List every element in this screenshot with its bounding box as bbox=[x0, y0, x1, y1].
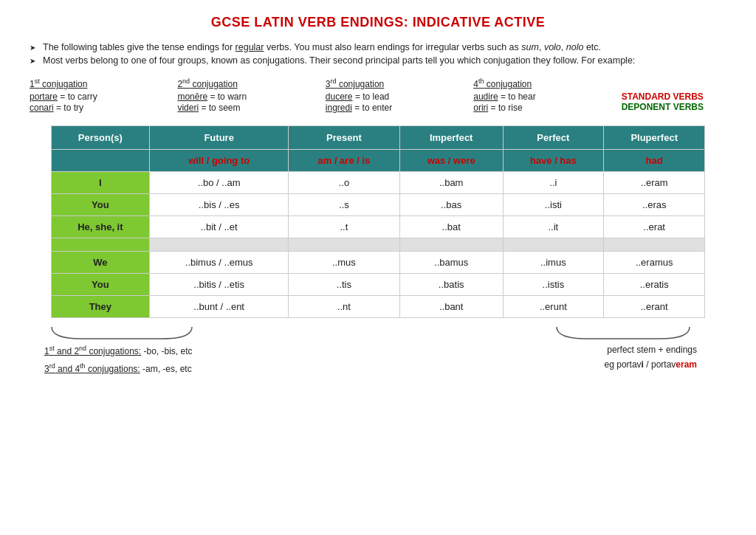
cell-you-sg-perfect: ..isti bbox=[503, 194, 603, 216]
table-divider-row bbox=[51, 238, 705, 252]
cell-he-imperfect: ..bat bbox=[399, 216, 503, 238]
conjugation-3: 3rd conjugation ducere = to lead ingredi… bbox=[326, 77, 466, 114]
deponent-verbs-label: DEPONENT VERBS bbox=[622, 102, 734, 112]
cell-you-pl-perfect: ..istis bbox=[503, 274, 603, 296]
tense-person-empty bbox=[51, 150, 150, 172]
header-perfect: Perfect bbox=[503, 126, 603, 150]
person-we: We bbox=[51, 252, 150, 274]
cell-they-imperfect: ..bant bbox=[399, 296, 503, 318]
cell-you-pl-imperfect: ..batis bbox=[399, 274, 503, 296]
cell-I-imperfect: ..bam bbox=[399, 172, 503, 194]
cell-we-pluperfect: ..eramus bbox=[603, 252, 705, 274]
intro-item-2: Most verbs belong to one of four groups,… bbox=[30, 55, 734, 66]
cell-I-present: ..o bbox=[289, 172, 399, 194]
cell-they-perfect: ..erunt bbox=[503, 296, 603, 318]
person-they: They bbox=[51, 296, 150, 318]
person-you-sg: You bbox=[51, 194, 150, 216]
footnote-conj-34: 3rd and 4th conjugations: -am, -es, etc bbox=[44, 362, 371, 374]
table-row: We ..bimus / ..emus ..mus ..bamus ..imus… bbox=[51, 252, 705, 274]
header-future: Future bbox=[150, 126, 289, 150]
cell-they-present: ..nt bbox=[289, 296, 399, 318]
cell-you-pl-present: ..tis bbox=[289, 274, 399, 296]
footnote-perfect-example: eg portavi / portaveram bbox=[371, 359, 697, 370]
cell-I-perfect: ..i bbox=[503, 172, 603, 194]
verb-endings-table: Person(s) Future Present Imperfect Perfe… bbox=[51, 125, 706, 318]
tense-meanings-row: will / going to am / are / is was / were… bbox=[51, 150, 705, 172]
verb-table-container: Person(s) Future Present Imperfect Perfe… bbox=[51, 125, 706, 318]
divider-cell-3 bbox=[399, 238, 503, 252]
page-title: GCSE LATIN VERB ENDINGS: INDICATIVE ACTI… bbox=[22, 15, 734, 30]
cell-I-pluperfect: ..eram bbox=[603, 172, 705, 194]
cell-you-sg-future: ..bis / ..es bbox=[150, 194, 289, 216]
person-you-pl: You bbox=[51, 274, 150, 296]
standard-verbs-label: STANDARD VERBS bbox=[622, 92, 734, 102]
header-present: Present bbox=[289, 126, 399, 150]
cell-he-present: ..t bbox=[289, 216, 399, 238]
person-he-she-it: He, she, it bbox=[51, 216, 150, 238]
conjugation-2: 2nd conjugation monēre = to warn videri … bbox=[177, 77, 317, 114]
verb-type-labels: STANDARD VERBS DEPONENT VERBS bbox=[622, 77, 734, 114]
cell-he-pluperfect: ..erat bbox=[603, 216, 705, 238]
header-imperfect: Imperfect bbox=[399, 126, 503, 150]
footnote-perfect-stem: perfect stem + endings bbox=[371, 345, 697, 355]
footnote-left: 1st and 2nd conjugations: -bo, -bis, etc… bbox=[44, 325, 371, 379]
cell-you-pl-pluperfect: ..eratis bbox=[603, 274, 705, 296]
table-header-row: Person(s) Future Present Imperfect Perfe… bbox=[51, 126, 705, 150]
divider-cell-5 bbox=[603, 238, 705, 252]
person-I: I bbox=[51, 172, 150, 194]
cell-we-imperfect: ..bamus bbox=[399, 252, 503, 274]
divider-cell-1 bbox=[150, 238, 289, 252]
conjugation-info: 1st conjugation portare = to carry conar… bbox=[22, 77, 734, 114]
divider-person-cell bbox=[51, 238, 150, 252]
header-persons: Person(s) bbox=[51, 126, 150, 150]
tense-perfect-meaning: have / has bbox=[503, 150, 603, 172]
cell-I-future: ..bo / ..am bbox=[150, 172, 289, 194]
table-row: You ..bis / ..es ..s ..bas ..isti ..eras bbox=[51, 194, 705, 216]
cell-you-pl-future: ..bitis / ..etis bbox=[150, 274, 289, 296]
intro-list: The following tables give the tense endi… bbox=[22, 42, 734, 66]
footnote-conj-12: 1st and 2nd conjugations: -bo, -bis, etc bbox=[44, 345, 371, 356]
tense-pluperfect-meaning: had bbox=[603, 150, 705, 172]
cell-you-sg-imperfect: ..bas bbox=[399, 194, 503, 216]
divider-cell-4 bbox=[503, 238, 603, 252]
cell-we-present: ..mus bbox=[289, 252, 399, 274]
cell-they-pluperfect: ..erant bbox=[603, 296, 705, 318]
cell-he-perfect: ..it bbox=[503, 216, 603, 238]
divider-cell-2 bbox=[289, 238, 399, 252]
cell-you-sg-present: ..s bbox=[289, 194, 399, 216]
table-row: I ..bo / ..am ..o ..bam ..i ..eram bbox=[51, 172, 705, 194]
table-row: You ..bitis / ..etis ..tis ..batis ..ist… bbox=[51, 274, 705, 296]
intro-item-1: The following tables give the tense endi… bbox=[30, 42, 734, 52]
conjugation-1: 1st conjugation portare = to carry conar… bbox=[30, 77, 170, 114]
right-brace-icon bbox=[549, 325, 697, 342]
tense-future-meaning: will / going to bbox=[150, 150, 289, 172]
footnote-area: 1st and 2nd conjugations: -bo, -bis, etc… bbox=[22, 325, 734, 379]
tense-imperfect-meaning: was / were bbox=[399, 150, 503, 172]
cell-he-future: ..bit / ..et bbox=[150, 216, 289, 238]
cell-you-sg-pluperfect: ..eras bbox=[603, 194, 705, 216]
footnote-right: perfect stem + endings eg portavi / port… bbox=[371, 325, 712, 379]
conjugation-4: 4th conjugation audire = to hear oriri =… bbox=[473, 77, 614, 114]
table-row: They ..bunt / ..ent ..nt ..bant ..erunt … bbox=[51, 296, 705, 318]
left-brace-icon bbox=[44, 325, 281, 342]
tense-present-meaning: am / are / is bbox=[289, 150, 399, 172]
header-pluperfect: Pluperfect bbox=[603, 126, 705, 150]
table-row: He, she, it ..bit / ..et ..t ..bat ..it … bbox=[51, 216, 705, 238]
cell-we-future: ..bimus / ..emus bbox=[150, 252, 289, 274]
cell-we-perfect: ..imus bbox=[503, 252, 603, 274]
cell-they-future: ..bunt / ..ent bbox=[150, 296, 289, 318]
